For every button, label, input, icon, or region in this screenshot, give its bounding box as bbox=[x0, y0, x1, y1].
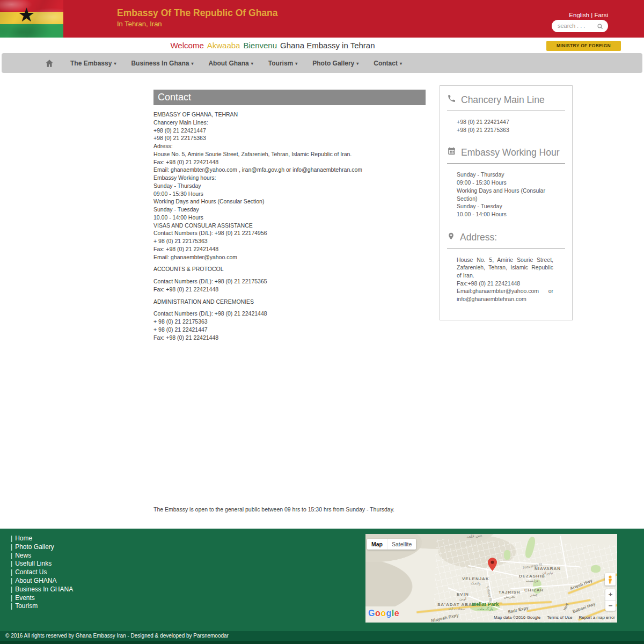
sidebar-heading: Address: bbox=[447, 231, 565, 249]
page: ★ Embassy Of The Republic Of Ghana In Te… bbox=[0, 0, 644, 644]
nav-item-label: The Embassy bbox=[70, 60, 112, 67]
nav-item-label: Photo Gallery bbox=[312, 60, 354, 67]
sidebar-section-chancery: Chancery Main Line +98 (0) 21 22421447+9… bbox=[447, 94, 565, 134]
footer-link[interactable]: |Usefull Links bbox=[11, 560, 73, 568]
map-marker-icon[interactable] bbox=[488, 558, 497, 574]
sidebar-line: +98 (0) 21 22175363 bbox=[457, 126, 553, 134]
footer-link-label: Tourism bbox=[15, 602, 38, 610]
phone-icon bbox=[447, 94, 456, 106]
link-prefix: | bbox=[11, 586, 12, 593]
google-map[interactable]: پس قلعه NIAVARANنیاوران DEZASHIBدزاشیب V… bbox=[365, 534, 617, 623]
sidebar-line: Working Days and Hours (Consular Section… bbox=[457, 187, 553, 202]
sidebar-line: Fax:+98 (0) 21 22421448 bbox=[457, 280, 553, 288]
main-navigation: The Embassy▾Business In Ghana▾About Ghan… bbox=[2, 53, 642, 73]
sidebar-heading-label: Embassy Working Hour bbox=[461, 147, 560, 158]
welcome-segment: Ghana Embassy in Tehran bbox=[280, 41, 375, 50]
nav-item[interactable]: Contact▾ bbox=[366, 60, 409, 67]
footer-link-label: About GHANA bbox=[15, 577, 56, 584]
contact-info-line: Contact Numbers (D/L): +98 (0) 21 221753… bbox=[153, 277, 433, 286]
footer-link[interactable]: |Business In GHANA bbox=[11, 586, 73, 594]
nav-item-label: Tourism bbox=[268, 60, 293, 67]
chevron-down-icon: ▾ bbox=[295, 61, 297, 66]
footer-link-label: News bbox=[15, 552, 31, 559]
contact-info-line: Adress: bbox=[153, 142, 433, 150]
welcome-bar: WelcomeAkwaabaBienvenuGhana Embassy in T… bbox=[0, 38, 545, 53]
zoom-out-button[interactable]: − bbox=[605, 600, 616, 611]
contact-info-line: Email: ghanaembter@yahoo.com bbox=[153, 253, 433, 261]
contact-info-line: Fax: +98 (0) 21 22421448 bbox=[153, 286, 433, 294]
footer-link[interactable]: |About GHANA bbox=[11, 577, 73, 586]
sidebar-heading: Embassy Working Hour bbox=[447, 147, 565, 164]
calendar-icon bbox=[447, 147, 456, 158]
footer-link-label: Usefull Links bbox=[15, 560, 52, 567]
terms-of-use-link[interactable]: Terms of Use bbox=[547, 615, 572, 620]
contact-info-line: +98 (0) 21 22175363 bbox=[153, 134, 433, 142]
site-subtitle: In Tehran, Iran bbox=[117, 20, 162, 28]
black-star-icon: ★ bbox=[18, 5, 35, 25]
contact-info-line: Contact Numbers (D/L): +98 (0) 21 224214… bbox=[153, 310, 433, 318]
link-prefix: | bbox=[11, 535, 12, 542]
search-input[interactable] bbox=[558, 21, 595, 30]
footer-link[interactable]: |Contact Us bbox=[11, 568, 73, 577]
map-label-mellat-park: Mellat Parkپارک ملت bbox=[472, 601, 499, 611]
chevron-down-icon: ▾ bbox=[356, 61, 358, 66]
contact-info-line: + 98 (0) 21 22175363 bbox=[153, 318, 433, 326]
contact-info-line: Fax: +98 (0) 21 22421448 bbox=[153, 245, 433, 253]
language-link-farsi[interactable]: Farsi bbox=[594, 12, 608, 18]
contact-info-line: Sunday - Tuesday bbox=[153, 206, 433, 214]
nav-item[interactable]: Business In Ghana▾ bbox=[123, 60, 201, 67]
footer-link[interactable]: |Events bbox=[11, 594, 73, 603]
sidebar-heading: Chancery Main Line bbox=[447, 94, 565, 111]
nav-item[interactable]: Tourism▾ bbox=[261, 60, 305, 67]
ghana-flag: ★ bbox=[0, 0, 63, 38]
footer-link-label: Events bbox=[15, 594, 35, 602]
welcome-segment: Akwaaba bbox=[207, 41, 240, 50]
zoom-in-button[interactable]: + bbox=[605, 589, 616, 600]
contact-info-line: Working Days and Hours (Consular Section… bbox=[153, 197, 433, 206]
pegman-control[interactable] bbox=[605, 573, 616, 586]
link-prefix: | bbox=[11, 560, 12, 567]
sidebar: Chancery Main Line +98 (0) 21 22421447+9… bbox=[440, 85, 573, 320]
map-label-velenjak: VELENJAKولنجک bbox=[462, 576, 489, 586]
contact-info-line: + 98 (0) 21 22175363 bbox=[153, 237, 433, 245]
footer-link-label: Contact Us bbox=[15, 568, 47, 576]
welcome-segment: Welcome bbox=[170, 41, 203, 50]
footer-link[interactable]: |Photo Gallery bbox=[11, 543, 73, 552]
sidebar-section-address: Address: House No. 5, Amirie Sourie Stre… bbox=[447, 231, 565, 303]
nav-item[interactable]: The Embassy▾ bbox=[63, 60, 123, 67]
contact-info-line: 09:00 - 15:30 Hours bbox=[153, 190, 433, 198]
map-button[interactable]: Map bbox=[367, 539, 387, 550]
language-switcher: English | Farsi bbox=[569, 12, 608, 18]
sidebar-section-working-hours: Embassy Working Hour Sunday - Thursday09… bbox=[447, 147, 565, 218]
language-link-english[interactable]: English bbox=[569, 12, 589, 18]
chevron-down-icon: ▾ bbox=[251, 61, 253, 66]
footer-link[interactable]: |News bbox=[11, 552, 73, 560]
contact-info-line: Fax: +98 (0) 21 22421448 bbox=[153, 158, 433, 166]
nav-item-label: Contact bbox=[374, 60, 398, 67]
search-icon[interactable] bbox=[597, 23, 604, 32]
satellite-button[interactable]: Satellite bbox=[387, 539, 416, 550]
bottom-strip bbox=[0, 641, 644, 644]
footer-link[interactable]: |Home bbox=[11, 535, 73, 543]
copyright-text: © 2016 All rights reserved by Ghana Emba… bbox=[0, 631, 644, 639]
search-box bbox=[552, 20, 608, 32]
report-map-error-link[interactable]: Report a map error bbox=[579, 615, 615, 620]
contact-info-line: ACCOUNTS & PROTOCOL bbox=[153, 265, 433, 273]
map-label-dezashib: DEZASHIBدزاشیب bbox=[519, 574, 545, 583]
footer-link[interactable]: |Tourism bbox=[11, 602, 73, 611]
contact-info-line: Contact Numbers (D/L): +98 (0) 21 221749… bbox=[153, 229, 433, 237]
nav-item[interactable]: Photo Gallery▾ bbox=[305, 60, 366, 67]
site-title: Embassy Of The Republic Of Ghana bbox=[117, 8, 278, 19]
ministry-of-foreign-affairs-button[interactable]: MINISTRY OF FOREIGN AFFAIRS bbox=[546, 41, 621, 51]
chevron-down-icon: ▾ bbox=[191, 61, 193, 66]
map-attribution: Map data ©2016 GoogleTerms of UseReport … bbox=[494, 615, 615, 620]
nav-item[interactable]: About Ghana▾ bbox=[201, 60, 260, 67]
map-label-chizar: CHIZARچیذر bbox=[524, 588, 544, 597]
sidebar-heading-label: Address: bbox=[460, 232, 497, 243]
home-icon[interactable] bbox=[45, 58, 54, 68]
nav-item-label: About Ghana bbox=[208, 60, 248, 67]
sidebar-line: Sunday - Thursday bbox=[457, 171, 553, 179]
google-logo[interactable]: Google bbox=[368, 609, 399, 618]
nav-item-label: Business In Ghana bbox=[131, 60, 189, 67]
link-prefix: | bbox=[11, 568, 12, 576]
